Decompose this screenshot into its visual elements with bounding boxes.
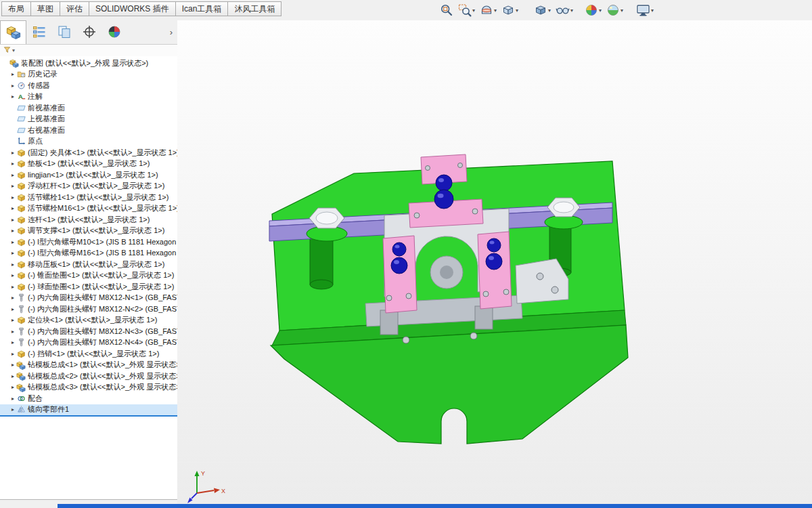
- expand-arrow-icon[interactable]: ▸: [9, 239, 16, 245]
- panel-tab-dimxpert-manager[interactable]: [76, 20, 102, 44]
- corner-bracket[interactable]: [516, 259, 568, 303]
- ribbon-tab[interactable]: 布局: [1, 1, 31, 16]
- expand-arrow-icon[interactable]: ▸: [9, 284, 16, 290]
- expand-arrow-icon[interactable]: ▸: [9, 272, 16, 278]
- tree-row[interactable]: 装配图 (默认<<默认>_外观 显示状态>): [0, 58, 177, 69]
- expand-arrow-icon[interactable]: ▸: [9, 150, 16, 156]
- tree-row[interactable]: ▸(-) I型六角螺母M10<1> (JIS B 1181 Hexagon nu…: [0, 236, 177, 248]
- assembly-model[interactable]: [177, 20, 812, 504]
- apply-scene-button[interactable]: ▾: [605, 3, 625, 18]
- expand-arrow-icon[interactable]: ▸: [9, 306, 16, 312]
- view-settings-button[interactable]: ▾: [635, 3, 655, 18]
- panel-expand-chevron[interactable]: ›: [166, 26, 176, 38]
- edit-appearance-button[interactable]: ▾: [583, 3, 603, 18]
- expand-arrow-icon[interactable]: ▸: [9, 339, 16, 345]
- expand-arrow-icon[interactable]: ▸: [9, 329, 16, 335]
- tree-row[interactable]: ▸活节螺栓M16<1> (默认<<默认>_显示状态 1>): [0, 203, 177, 215]
- section-view-button[interactable]: ▾: [478, 3, 498, 18]
- tree-row[interactable]: ▸(固定) 夹具体<1> (默认<<默认>_显示状态 1>): [0, 147, 177, 158]
- tree-row[interactable]: 前视基准面: [0, 102, 177, 114]
- washer-right[interactable]: [545, 215, 583, 229]
- zoom-fit-button[interactable]: [438, 3, 455, 18]
- expand-arrow-icon[interactable]: ▸: [9, 406, 16, 412]
- expand-arrow-icon[interactable]: ▸: [9, 217, 16, 223]
- dropdown-caret-icon[interactable]: ▾: [570, 7, 573, 14]
- tree-row[interactable]: ▸lingjian<1> (默认<<默认>_显示状态 1>): [0, 169, 177, 181]
- tree-row[interactable]: 上视基准面: [0, 114, 177, 125]
- view-orientation-button[interactable]: ▾: [500, 3, 520, 18]
- tree-row[interactable]: ▸(-) 挡销<1> (默认<<默认>_显示状态 1>): [0, 348, 177, 360]
- filter-funnel-icon[interactable]: [3, 46, 11, 55]
- expand-arrow-icon[interactable]: ▸: [9, 71, 16, 77]
- panel-tab-display-manager[interactable]: [102, 20, 127, 44]
- dropdown-caret-icon[interactable]: ▾: [548, 7, 551, 14]
- expand-arrow-icon[interactable]: ▸: [9, 161, 16, 167]
- panel-tab-feature-manager[interactable]: [0, 20, 26, 44]
- tree-row[interactable]: ▸(-) 球面垫圈<1> (默认<<默认>_显示状态 1>): [0, 281, 177, 293]
- tree-item-label: 传感器: [28, 81, 50, 91]
- expand-arrow-icon[interactable]: ▸: [9, 373, 16, 379]
- tree-row[interactable]: ▸钻模板总成<2> (默认<<默认>_外观 显示状态>): [0, 371, 177, 382]
- expand-arrow-icon[interactable]: ▸: [9, 228, 16, 234]
- tree-row[interactable]: ▸(-) 内六角圆柱头螺钉 M8X12-N<2> (GB_FASTENER_: [0, 303, 177, 315]
- ribbon-tab[interactable]: 评估: [60, 1, 89, 16]
- expand-arrow-icon[interactable]: ▸: [9, 317, 16, 323]
- tree-row[interactable]: ▸(-) 内六角圆柱头螺钉 M8X12-N<1> (GB_FASTENER_: [0, 293, 177, 304]
- expand-arrow-icon[interactable]: ▸: [9, 362, 16, 368]
- expand-arrow-icon[interactable]: ▸: [9, 183, 16, 189]
- dropdown-caret-icon[interactable]: ▾: [494, 7, 497, 14]
- dropdown-caret-icon[interactable]: ▾: [599, 7, 602, 14]
- tree-row[interactable]: ▸历史记录: [0, 69, 177, 81]
- tree-row[interactable]: ▸传感器: [0, 80, 177, 91]
- mates-icon: [16, 394, 26, 403]
- tree-row[interactable]: 原点: [0, 136, 177, 148]
- tree-row[interactable]: ▸调节支撑<1> (默认<<默认>_显示状态 1>): [0, 226, 177, 237]
- filter-dropdown-caret-icon[interactable]: ▾: [12, 47, 15, 54]
- expand-arrow-icon[interactable]: ▸: [9, 93, 16, 100]
- panel-tab-property-manager[interactable]: [26, 20, 51, 44]
- dropdown-caret-icon[interactable]: ▾: [472, 7, 475, 14]
- tree-row[interactable]: ▸镜向零部件1: [0, 404, 177, 417]
- tree-row[interactable]: ▸浮动杠杆<1> (默认<<默认>_显示状态 1>): [0, 181, 177, 192]
- expand-arrow-icon[interactable]: ▸: [9, 351, 16, 357]
- tree-row[interactable]: ▸移动压板<1> (默认<<默认>_显示状态 1>): [0, 259, 177, 270]
- tree-row[interactable]: ▸定位块<1> (默认<<默认>_显示状态 1>): [0, 315, 177, 326]
- tree-filter-row[interactable]: ▾: [0, 45, 177, 56]
- expand-arrow-icon[interactable]: ▸: [9, 261, 16, 268]
- tree-row[interactable]: ▸(-) 内六角圆柱头螺钉 M8X12-N<4> (GB_FASTENER_: [0, 337, 177, 349]
- expand-arrow-icon[interactable]: ▸: [9, 194, 16, 200]
- dropdown-caret-icon[interactable]: ▾: [516, 7, 518, 14]
- hide-show-button[interactable]: ▾: [554, 3, 574, 18]
- ribbon-tab[interactable]: 草图: [30, 1, 60, 16]
- expand-arrow-icon[interactable]: ▸: [9, 250, 16, 256]
- tree-row[interactable]: ▸活节螺栓1<1> (默认<<默认>_显示状态 1>): [0, 192, 177, 203]
- tree-row[interactable]: ▸连杆<1> (默认<<默认>_显示状态 1>): [0, 214, 177, 226]
- ribbon-tab[interactable]: 沐风工具箱: [227, 1, 281, 16]
- tree-row[interactable]: 右视基准面: [0, 125, 177, 136]
- clamp-left[interactable]: [383, 236, 417, 313]
- tree-row[interactable]: ▸(-) 锥面垫圈<1> (默认<<默认>_显示状态 1>): [0, 270, 177, 282]
- clamp-right[interactable]: [478, 232, 512, 309]
- tree-row[interactable]: ▸A注解: [0, 91, 177, 103]
- expand-arrow-icon[interactable]: ▸: [9, 384, 16, 390]
- dropdown-caret-icon[interactable]: ▾: [621, 7, 623, 14]
- tree-row[interactable]: ▸钻模板总成<3> (默认<<默认>_外观 显示状态>): [0, 382, 177, 394]
- expand-arrow-icon[interactable]: ▸: [9, 83, 16, 89]
- dropdown-caret-icon[interactable]: ▾: [651, 7, 654, 14]
- zoom-area-button[interactable]: ▾: [457, 3, 476, 18]
- panel-tab-configuration-manager[interactable]: [51, 20, 76, 44]
- expand-arrow-icon[interactable]: ▸: [9, 295, 16, 301]
- expand-arrow-icon[interactable]: ▸: [9, 205, 16, 211]
- tree-row[interactable]: ▸(-) I型六角螺母M16<1> (JIS B 1181 Hexagon nu…: [0, 248, 177, 259]
- graphics-viewport[interactable]: Y X Z: [177, 20, 812, 504]
- display-style-button[interactable]: ▾: [533, 3, 552, 18]
- ribbon-tab[interactable]: SOLIDWORKS 插件: [89, 1, 176, 16]
- expand-arrow-icon[interactable]: ▸: [9, 172, 16, 178]
- tree-row[interactable]: ▸钻模板总成<1> (默认<<默认>_外观 显示状态>): [0, 360, 177, 371]
- expand-arrow-icon[interactable]: ▸: [9, 396, 16, 402]
- tree-row[interactable]: ▸(-) 内六角圆柱头螺钉 M8X12-N<3> (GB_FASTENER_: [0, 326, 177, 337]
- ribbon-tab[interactable]: Ican工具箱: [175, 1, 229, 16]
- plane-icon: [16, 125, 26, 135]
- tree-row[interactable]: ▸垫板<1> (默认<<默认>_显示状态 1>): [0, 158, 177, 170]
- tree-row[interactable]: ▸配合: [0, 393, 177, 404]
